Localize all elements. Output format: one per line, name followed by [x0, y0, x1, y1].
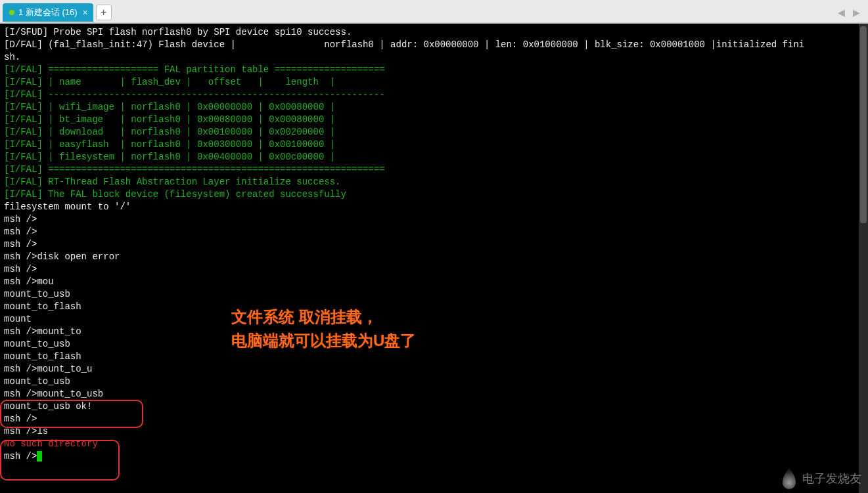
terminal-line: sh. [4, 51, 864, 64]
tab-label: 1 新建会话 (16) [18, 7, 78, 18]
terminal-line: msh /> [4, 263, 864, 276]
terminal-line: mount_to_usb [4, 288, 864, 301]
tab-prev-icon[interactable]: ◀ [838, 7, 845, 18]
terminal-line: [D/FAL] (fal_flash_init:47) Flash device… [4, 39, 864, 51]
tab-nav: ◀ ▶ [838, 7, 865, 18]
terminal-line: msh />mou [4, 276, 864, 288]
status-dot-icon [9, 10, 14, 15]
close-icon[interactable]: × [81, 7, 89, 18]
plus-icon: + [101, 7, 106, 18]
terminal-line: [I/FAL] ==================== FAL partiti… [4, 64, 864, 76]
terminal-line: [I/FAL] | bt_image | norflash0 | 0x00080… [4, 114, 864, 126]
terminal-line: msh />mount_to [4, 326, 864, 338]
terminal-line: [I/FAL] | easyflash | norflash0 | 0x0030… [4, 139, 864, 151]
tab-next-icon[interactable]: ▶ [853, 7, 860, 18]
terminal-line: filesystem mount to '/' [4, 201, 864, 213]
terminal-line: No such directory [4, 438, 864, 450]
terminal-line: msh /> [4, 213, 864, 226]
terminal-line: mount_to_flash [4, 301, 864, 313]
scrollbar[interactable] [859, 24, 868, 493]
scrollbar-thumb[interactable] [860, 26, 867, 223]
terminal-output[interactable]: [I/SFUD] Probe SPI flash norflash0 by SP… [0, 24, 868, 493]
terminal-line: [I/FAL] ================================… [4, 163, 864, 176]
terminal-line: [I/FAL] | name | flash_dev | offset | le… [4, 76, 864, 89]
tab-active[interactable]: 1 新建会话 (16) × [3, 3, 93, 22]
terminal-line: [I/FAL] | wifi_image | norflash0 | 0x000… [4, 101, 864, 114]
terminal-line: msh /> [4, 238, 864, 251]
terminal-line: msh /> [4, 226, 864, 238]
terminal-line: mount [4, 313, 864, 326]
terminal-line: [I/FAL] The FAL block device (filesystem… [4, 188, 864, 201]
terminal-line: msh />ls [4, 425, 864, 438]
tab-bar: 1 新建会话 (16) × + ◀ ▶ [0, 0, 868, 24]
terminal-line: msh />disk open error [4, 251, 864, 263]
terminal-line: msh />mount_to_usb [4, 388, 864, 400]
terminal-line: [I/FAL] | download | norflash0 | 0x00100… [4, 126, 864, 139]
terminal-line: mount_to_flash [4, 351, 864, 363]
terminal-line: mount_to_usb [4, 375, 864, 388]
terminal-line: [I/FAL] --------------------------------… [4, 89, 864, 101]
terminal-line: mount_to_usb ok! [4, 400, 864, 413]
terminal-line: mount_to_usb [4, 338, 864, 351]
terminal-line: [I/FAL] RT-Thread Flash Abstraction Laye… [4, 176, 864, 188]
terminal-line: msh /> [4, 413, 864, 425]
terminal-line: msh />mount_to_u [4, 363, 864, 375]
cursor [37, 451, 42, 461]
terminal-line: [I/FAL] | filesystem | norflash0 | 0x004… [4, 151, 864, 163]
terminal-line: [I/SFUD] Probe SPI flash norflash0 by SP… [4, 26, 864, 39]
terminal-line: msh /> [4, 450, 864, 463]
new-tab-button[interactable]: + [96, 5, 112, 20]
